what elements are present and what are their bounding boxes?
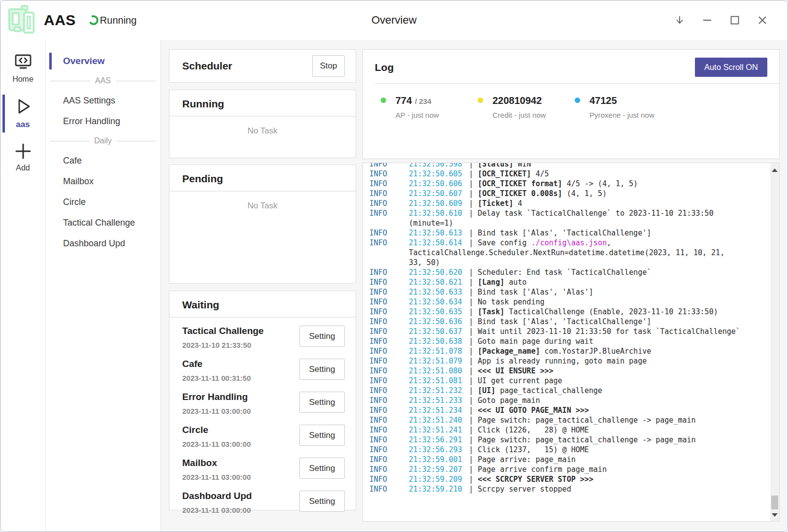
log-separator: | bbox=[469, 327, 473, 336]
log-separator: | bbox=[469, 189, 473, 199]
log-level: INFO bbox=[369, 297, 409, 307]
setting-button[interactable]: Setting bbox=[299, 491, 345, 512]
close-icon[interactable] bbox=[757, 15, 768, 26]
stop-button[interactable]: Stop bbox=[312, 55, 345, 77]
log-level: INFO bbox=[369, 267, 409, 277]
log-line: INFO21:32:50.635|[Task] TacticalChalleng… bbox=[369, 307, 779, 317]
rail-item-home[interactable]: Home bbox=[0, 51, 45, 87]
log-separator: | bbox=[469, 317, 473, 327]
dashboard-label: AP - just now bbox=[395, 111, 478, 119]
rail-item-label: aas bbox=[16, 120, 30, 130]
log-separator: | bbox=[469, 425, 473, 435]
log-line: INFO21:32:51.240|Page switch: page_tacti… bbox=[369, 415, 779, 425]
log-separator: | bbox=[469, 297, 473, 307]
waiting-task-name: Circle bbox=[182, 425, 251, 435]
log-timestamp: 21:32:50.634 bbox=[409, 297, 469, 307]
status-dot-icon bbox=[478, 98, 483, 103]
log-message: Bind task ['Alas', 'TacticalChallenge'] bbox=[478, 317, 651, 327]
log-level: INFO bbox=[369, 445, 409, 455]
plus-icon bbox=[13, 142, 33, 160]
log-message: Save config ./config\aas.json, bbox=[478, 238, 611, 248]
waiting-task-info: Dashboard Upd2023-11-11 03:00:00 bbox=[182, 491, 252, 514]
log-level: INFO bbox=[369, 336, 409, 346]
dashboard-value-row: 220810942 bbox=[492, 95, 575, 106]
auto-scroll-button[interactable]: Auto Scroll ON bbox=[695, 58, 767, 77]
log-message: Goto main page during wait bbox=[478, 336, 593, 346]
log-level: INFO bbox=[369, 455, 409, 465]
waiting-task-row: Mailbox2023-11-11 03:00:00Setting bbox=[169, 453, 356, 486]
log-separator: | bbox=[469, 405, 473, 415]
log-output-panel[interactable]: INFO21:32:50.598|[Status] WININFO21:32:5… bbox=[362, 163, 780, 522]
scrollbar-thumb[interactable] bbox=[771, 496, 778, 509]
menu-item-label: Overview bbox=[63, 56, 105, 66]
sidebar-item-error-handling[interactable]: Error Handling bbox=[46, 111, 161, 132]
log-line: INFO21:32:50.614|Save config ./config\aa… bbox=[369, 238, 779, 248]
log-timestamp: 21:32:50.609 bbox=[409, 199, 469, 208]
waiting-task-next-run: 2023-11-10 21:33:50 bbox=[182, 341, 263, 349]
log-panel: Log Auto Scroll ON 774/ 234AP - just now… bbox=[362, 49, 780, 159]
log-separator: | bbox=[469, 238, 473, 248]
log-line: INFO21:32:51.081|UI get current page bbox=[369, 376, 779, 386]
log-separator: | bbox=[469, 336, 473, 346]
setting-button[interactable]: Setting bbox=[299, 326, 345, 347]
log-separator: | bbox=[469, 455, 473, 465]
menu-item-label: Mailbox bbox=[63, 176, 94, 187]
sidebar-item-mailbox[interactable]: Mailbox bbox=[46, 171, 161, 192]
log-title: Log bbox=[375, 62, 394, 73]
waiting-task-name: Error Handling bbox=[182, 392, 251, 402]
sidebar-item-dashboard-upd[interactable]: Dashboard Upd bbox=[46, 233, 161, 254]
waiting-task-next-run: 2023-11-11 03:00:00 bbox=[182, 407, 251, 415]
dashboard-item: 774/ 234AP - just now bbox=[381, 95, 478, 119]
log-timestamp: 21:32:51.079 bbox=[409, 356, 469, 366]
scroll-up-arrow-icon[interactable] bbox=[772, 168, 778, 172]
log-separator: | bbox=[469, 267, 473, 277]
log-line: INFO21:32:51.241|Click (1226, 28) @ HOME bbox=[369, 425, 779, 435]
running-panel: Running No Task bbox=[169, 90, 356, 158]
tasks-column: Scheduler Stop Running No Task Pending N… bbox=[169, 49, 356, 522]
setting-button[interactable]: Setting bbox=[299, 359, 345, 380]
running-title: Running bbox=[182, 98, 356, 110]
sidebar-item-tactical-challenge[interactable]: Tactical Challenge bbox=[46, 212, 161, 233]
log-timestamp: 21:32:50.620 bbox=[409, 267, 469, 277]
waiting-task-next-run: 2023-11-11 03:00:00 bbox=[182, 473, 251, 481]
rail-item-add[interactable]: Add bbox=[0, 140, 45, 175]
menu-group-label: Daily bbox=[94, 136, 112, 145]
log-header: Log Auto Scroll ON bbox=[363, 50, 779, 77]
log-timestamp: 21:32:50.635 bbox=[409, 307, 469, 317]
sidebar-item-aas-settings[interactable]: AAS Settings bbox=[46, 90, 161, 111]
app-window: AAS Running Overview bbox=[0, 0, 788, 532]
log-timestamp: 21:32:51.078 bbox=[409, 346, 469, 356]
menu-item-label: AAS Settings bbox=[63, 96, 115, 106]
sidebar-item-circle[interactable]: Circle bbox=[46, 192, 161, 212]
sidebar-item-cafe[interactable]: Cafe bbox=[46, 150, 161, 171]
dashboard-item: 220810942Credit - just now bbox=[478, 95, 575, 119]
dashboard-total: / 234 bbox=[415, 97, 431, 105]
log-line: INFO21:32:50.609|[Ticket] 4 bbox=[369, 199, 779, 208]
menu-item-label: Tactical Challenge bbox=[63, 218, 135, 228]
scroll-down-arrow-icon[interactable] bbox=[772, 513, 778, 517]
update-arrow-icon[interactable] bbox=[674, 15, 685, 26]
log-line: INFO21:32:50.638|Goto main page during w… bbox=[369, 336, 779, 346]
log-line: INFO21:32:51.233|Goto page_main bbox=[369, 396, 779, 405]
log-line: INFO21:32:50.637|Wait until 2023-11-10 2… bbox=[369, 327, 779, 336]
rail-item-aas[interactable]: aas bbox=[0, 95, 45, 133]
log-message: Page switch: page_tactical_challenge -> … bbox=[478, 435, 696, 445]
log-scrollbar[interactable] bbox=[770, 163, 779, 521]
log-line: INFO21:32:50.633|Bind task ['Alas', 'Ala… bbox=[369, 287, 779, 297]
setting-button[interactable]: Setting bbox=[299, 458, 345, 479]
log-separator: | bbox=[469, 163, 473, 169]
setting-button[interactable]: Setting bbox=[299, 392, 345, 413]
log-separator: | bbox=[469, 356, 473, 366]
waiting-task-list: Tactical Challenge2023-11-10 21:33:50Set… bbox=[169, 318, 356, 519]
waiting-title: Waiting bbox=[182, 299, 356, 311]
maximize-icon[interactable] bbox=[729, 15, 740, 26]
log-timestamp: 21:32:59.209 bbox=[409, 474, 469, 484]
setting-button[interactable]: Setting bbox=[299, 425, 345, 446]
waiting-task-name: Tactical Challenge bbox=[182, 326, 263, 336]
log-message: Bind task ['Alas', 'TacticalChallenge'] bbox=[478, 228, 651, 238]
sidebar-item-overview[interactable]: Overview bbox=[46, 51, 161, 71]
dashboard-item: 47125Pyroxene - just now bbox=[575, 95, 672, 119]
log-message: [Status] WIN bbox=[478, 163, 531, 169]
minimize-icon[interactable] bbox=[702, 15, 713, 26]
log-line: INFO21:32:51.234|<<< UI GOTO PAGE_MAIN >… bbox=[369, 405, 779, 415]
